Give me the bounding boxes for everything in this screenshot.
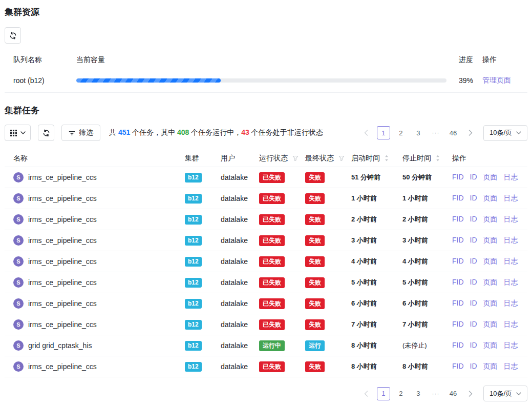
- run-status-badge: 已失败: [259, 193, 285, 204]
- resources-refresh-button[interactable]: [5, 27, 21, 44]
- id-link[interactable]: ID: [470, 215, 477, 224]
- cluster-badge: b12: [185, 320, 202, 330]
- cluster-badge: b12: [185, 299, 202, 309]
- resources-table: 队列名称 当前容量 进度 操作 root (b12) 39% 管理页面: [5, 52, 527, 93]
- fid-link[interactable]: FID: [452, 194, 464, 203]
- funnel-filter-icon[interactable]: [292, 155, 299, 161]
- page-link[interactable]: 页面: [483, 299, 498, 308]
- id-link[interactable]: ID: [470, 362, 477, 371]
- fid-link[interactable]: FID: [452, 341, 464, 350]
- tasks-toolbar: 筛选 共 451 个任务，其中 408 个任务运行中，43 个任务处于非运行状态…: [5, 125, 527, 141]
- fid-link[interactable]: FID: [452, 173, 464, 182]
- page-link[interactable]: 页面: [483, 173, 498, 182]
- task-name-cell: S irms_ce_pipeline_ccs: [13, 319, 185, 330]
- page-button-1[interactable]: 1: [377, 387, 390, 400]
- page-link[interactable]: 页面: [483, 257, 498, 266]
- funnel-filter-icon[interactable]: [338, 155, 345, 161]
- fid-link[interactable]: FID: [452, 215, 464, 224]
- final-status-badge: 失败: [305, 235, 325, 246]
- final-status-badge: 失败: [305, 172, 325, 183]
- page-link[interactable]: 页面: [483, 320, 498, 329]
- prev-page-button[interactable]: [359, 387, 373, 400]
- fid-link[interactable]: FID: [452, 362, 464, 371]
- fid-link[interactable]: FID: [452, 257, 464, 266]
- page-link[interactable]: 页面: [483, 362, 498, 371]
- grid-icon: [10, 130, 17, 136]
- sort-icon[interactable]: [436, 155, 440, 161]
- log-link[interactable]: 日志: [504, 278, 518, 287]
- page-ellipsis[interactable]: ···: [429, 387, 442, 400]
- log-link[interactable]: 日志: [504, 215, 518, 224]
- row-actions: FID ID 页面 日志: [452, 320, 527, 329]
- log-link[interactable]: 日志: [504, 341, 518, 350]
- run-status-badge: 已失败: [259, 214, 285, 225]
- task-table-body: S irms_ce_pipeline_ccs b12 datalake 已失败 …: [5, 167, 527, 377]
- tasks-refresh-button[interactable]: [38, 125, 54, 141]
- manage-page-link[interactable]: 管理页面: [482, 76, 511, 84]
- next-page-button[interactable]: [464, 387, 477, 400]
- table-row: S irms_ce_pipeline_ccs b12 datalake 已失败 …: [5, 272, 527, 293]
- stop-time: 1 小时前: [402, 194, 452, 203]
- page-link[interactable]: 页面: [483, 278, 498, 287]
- header-final-status: 最终状态: [305, 154, 351, 163]
- id-link[interactable]: ID: [470, 320, 477, 329]
- page-button-46[interactable]: 46: [446, 126, 460, 139]
- next-page-button[interactable]: [464, 126, 477, 139]
- refresh-icon: [9, 32, 17, 39]
- page-ellipsis[interactable]: ···: [429, 126, 442, 139]
- id-link[interactable]: ID: [470, 257, 477, 266]
- log-link[interactable]: 日志: [504, 236, 518, 245]
- id-link[interactable]: ID: [470, 236, 477, 245]
- task-name: irms_ce_pipeline_ccs: [28, 236, 97, 245]
- avatar: S: [13, 277, 24, 288]
- avatar: S: [13, 298, 24, 309]
- log-link[interactable]: 日志: [504, 194, 518, 203]
- cluster-badge: b12: [185, 257, 202, 267]
- row-actions: FID ID 页面 日志: [452, 341, 527, 350]
- page-button-3[interactable]: 3: [412, 126, 425, 139]
- id-link[interactable]: ID: [470, 194, 477, 203]
- page-button-3[interactable]: 3: [412, 387, 425, 400]
- page-link[interactable]: 页面: [483, 236, 498, 245]
- log-link[interactable]: 日志: [504, 320, 518, 329]
- running-tasks-count: 408: [177, 128, 189, 136]
- user-name: datalake: [221, 320, 259, 329]
- log-link[interactable]: 日志: [504, 173, 518, 182]
- log-link[interactable]: 日志: [504, 299, 518, 308]
- page-size-select[interactable]: 10条/页: [483, 386, 527, 401]
- page-button-2[interactable]: 2: [394, 126, 408, 139]
- task-name: irms_ce_pipeline_ccs: [28, 299, 97, 308]
- start-time: 8 小时前: [351, 362, 402, 371]
- run-status-badge: 运行中: [259, 340, 285, 351]
- filter-button-label: 筛选: [79, 128, 93, 137]
- id-link[interactable]: ID: [470, 173, 477, 182]
- page-size-select[interactable]: 10条/页: [483, 125, 527, 141]
- page-button-2[interactable]: 2: [394, 387, 408, 400]
- fid-link[interactable]: FID: [452, 236, 464, 245]
- log-link[interactable]: 日志: [504, 257, 518, 266]
- user-name: datalake: [221, 215, 259, 224]
- cluster-tasks-title: 集群任务: [5, 106, 527, 116]
- page-link[interactable]: 页面: [483, 341, 498, 350]
- page-button-1[interactable]: 1: [377, 126, 390, 139]
- id-link[interactable]: ID: [470, 299, 477, 308]
- page: 集群资源 队列名称 当前容量 进度 操作 root (b12) 39% 管理页面: [0, 0, 532, 405]
- page-link[interactable]: 页面: [483, 215, 498, 224]
- header-queue-name: 队列名称: [13, 55, 76, 65]
- page-link[interactable]: 页面: [483, 194, 498, 203]
- filter-button[interactable]: 筛选: [61, 125, 100, 141]
- id-link[interactable]: ID: [470, 278, 477, 287]
- fid-link[interactable]: FID: [452, 320, 464, 329]
- prev-page-button[interactable]: [359, 126, 373, 139]
- log-link[interactable]: 日志: [504, 362, 518, 371]
- page-size-value: 10条/页: [490, 128, 512, 137]
- avatar: S: [13, 172, 24, 183]
- stop-time: 8 小时前: [402, 362, 452, 371]
- id-link[interactable]: ID: [470, 341, 477, 350]
- column-settings-dropdown-button[interactable]: [5, 125, 31, 141]
- fid-link[interactable]: FID: [452, 299, 464, 308]
- cluster-badge: b12: [185, 278, 202, 288]
- fid-link[interactable]: FID: [452, 278, 464, 287]
- sort-icon[interactable]: [385, 155, 389, 161]
- page-button-46[interactable]: 46: [446, 387, 460, 400]
